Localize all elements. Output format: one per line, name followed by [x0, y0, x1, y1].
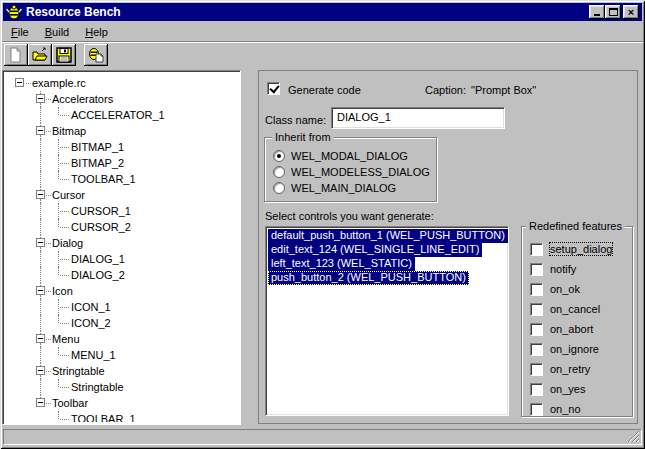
tree-connector-line — [58, 347, 59, 355]
list-item-label: push_button_2 (WEL_PUSH_BUTTON) — [268, 271, 469, 285]
checkbox-icon[interactable] — [530, 303, 543, 316]
class-name-input[interactable]: DIALOG_1 — [331, 107, 505, 129]
tree-connector-line — [40, 219, 41, 235]
tree-item-bitmap[interactable]: Bitmap — [5, 123, 238, 139]
tree-connector-line — [60, 355, 69, 356]
radio-button-icon[interactable] — [273, 166, 285, 178]
tree-connector-line — [46, 99, 51, 100]
tree-item-stringtable[interactable]: Stringtable — [5, 363, 238, 379]
tree-item-dialog[interactable]: Dialog — [5, 235, 238, 251]
tree-connector-line — [58, 299, 59, 315]
save-button[interactable] — [52, 44, 76, 66]
statusbar — [3, 429, 642, 445]
feature-setup_dialog[interactable]: setup_dialog — [530, 242, 612, 256]
tree-item-bitmap-2[interactable]: BITMAP_2 — [5, 155, 238, 171]
feature-notify[interactable]: notify — [530, 262, 576, 276]
tree-connector-line — [46, 403, 51, 404]
radio-wel_main_dialog[interactable]: WEL_MAIN_DIALOG — [273, 181, 396, 195]
open-button[interactable] — [28, 44, 52, 66]
titlebar: Resource Bench × — [3, 3, 642, 21]
feature-on_no[interactable]: on_no — [530, 402, 581, 416]
tree-item-icon-1[interactable]: ICON_1 — [5, 299, 238, 315]
generate-button[interactable] — [84, 44, 108, 66]
radio-wel_modal_dialog[interactable]: WEL_MODAL_DIALOG — [273, 149, 408, 163]
checkbox-icon[interactable] — [530, 343, 543, 356]
tree-expand-box[interactable] — [36, 190, 45, 199]
tree-expand-box[interactable] — [36, 238, 45, 247]
maximize-button[interactable] — [605, 5, 621, 19]
tree-item-bitmap-1[interactable]: BITMAP_1 — [5, 139, 238, 155]
tree-item-example-rc[interactable]: example.rc — [5, 75, 238, 91]
tree-expand-box[interactable] — [15, 78, 24, 87]
tree-connector-line — [26, 83, 31, 84]
feature-on_abort[interactable]: on_abort — [530, 322, 593, 336]
checkbox-icon[interactable] — [530, 323, 543, 336]
radio-wel_modeless_dialog[interactable]: WEL_MODELESS_DIALOG — [273, 165, 430, 179]
redefined-features-title: Redefined features — [526, 220, 625, 232]
list-item[interactable]: default_push_button_1 (WEL_PUSH_BUTTON) — [268, 229, 506, 243]
checkbox-icon[interactable] — [530, 263, 543, 276]
tree-expand-box[interactable] — [36, 126, 45, 135]
tree-item-accelerator-1[interactable]: ACCELERATOR_1 — [5, 107, 238, 123]
tree-item-icon[interactable]: Icon — [5, 283, 238, 299]
checkbox-icon[interactable] — [530, 283, 543, 296]
tree-connector-line — [46, 195, 51, 196]
menu-help[interactable]: Help — [77, 23, 116, 41]
tree-expand-box[interactable] — [36, 286, 45, 295]
menubar: File Build Help — [3, 23, 116, 41]
feature-on_yes[interactable]: on_yes — [530, 382, 585, 396]
list-item[interactable]: left_text_123 (WEL_STATIC) — [268, 257, 506, 271]
minimize-button[interactable] — [589, 5, 605, 19]
tree-item-accelerators[interactable]: Accelerators — [5, 91, 238, 107]
tree-item-cursor-1[interactable]: CURSOR_1 — [5, 203, 238, 219]
tree-item-toolbar-1[interactable]: TOOLBAR_1 — [5, 171, 238, 187]
tree-connector-line — [58, 107, 59, 115]
tree-item-toolbar-1[interactable]: TOOLBAR_1 — [5, 411, 238, 422]
checkbox-icon[interactable] — [530, 243, 543, 256]
tree-item-dialog-1[interactable]: DIALOG_1 — [5, 251, 238, 267]
save-icon — [56, 47, 72, 63]
menu-build[interactable]: Build — [37, 23, 77, 41]
radio-button-icon[interactable] — [273, 182, 285, 194]
inherit-from-group: Inherit from WEL_MODAL_DIALOGWEL_MODELES… — [264, 137, 437, 202]
tree-item-label: Icon — [52, 285, 73, 297]
feature-label: notify — [550, 263, 576, 275]
checkbox-icon[interactable] — [530, 383, 543, 396]
tree-item-toolbar[interactable]: Toolbar — [5, 395, 238, 411]
checkbox-icon[interactable] — [530, 403, 543, 416]
tree-item-icon-2[interactable]: ICON_2 — [5, 315, 238, 331]
tree-expand-box[interactable] — [36, 94, 45, 103]
tree-item-label: example.rc — [32, 77, 86, 89]
feature-on_ok[interactable]: on_ok — [530, 282, 580, 296]
feature-on_retry[interactable]: on_retry — [530, 362, 590, 376]
tree-item-dialog-2[interactable]: DIALOG_2 — [5, 267, 238, 283]
tree-expand-box[interactable] — [36, 398, 45, 407]
class-name-label: Class name: — [265, 114, 326, 126]
tree-item-cursor-2[interactable]: CURSOR_2 — [5, 219, 238, 235]
tree-item-menu-1[interactable]: MENU_1 — [5, 347, 238, 363]
radio-button-icon[interactable] — [273, 150, 285, 162]
resize-grip-icon[interactable] — [627, 430, 640, 443]
tree-item-menu[interactable]: Menu — [5, 331, 238, 347]
feature-on_ignore[interactable]: on_ignore — [530, 342, 599, 356]
inherit-from-title: Inherit from — [272, 131, 334, 143]
controls-listbox[interactable]: default_push_button_1 (WEL_PUSH_BUTTON)e… — [265, 226, 509, 416]
generate-code-checkbox[interactable] — [267, 82, 280, 95]
tree-item-label: CURSOR_2 — [71, 221, 131, 233]
menu-file[interactable]: File — [3, 23, 37, 41]
tree-connector-line — [60, 211, 69, 212]
list-item[interactable]: edit_text_124 (WEL_SINGLE_LINE_EDIT) — [268, 243, 506, 257]
feature-on_cancel[interactable]: on_cancel — [530, 302, 600, 316]
tree-item-label: BITMAP_1 — [71, 141, 124, 153]
tree-item-label: DIALOG_1 — [71, 253, 125, 265]
tree-expand-box[interactable] — [36, 366, 45, 375]
tree-expand-box[interactable] — [36, 334, 45, 343]
tree-item-label: TOOLBAR_1 — [71, 413, 136, 422]
tree-item-stringtable[interactable]: Stringtable — [5, 379, 238, 395]
tree-item-cursor[interactable]: Cursor — [5, 187, 238, 203]
new-button[interactable] — [4, 44, 28, 66]
checkbox-icon[interactable] — [530, 363, 543, 376]
list-item[interactable]: push_button_2 (WEL_PUSH_BUTTON) — [268, 271, 506, 285]
close-button[interactable]: × — [623, 5, 639, 19]
tree-connector-line — [60, 307, 69, 308]
